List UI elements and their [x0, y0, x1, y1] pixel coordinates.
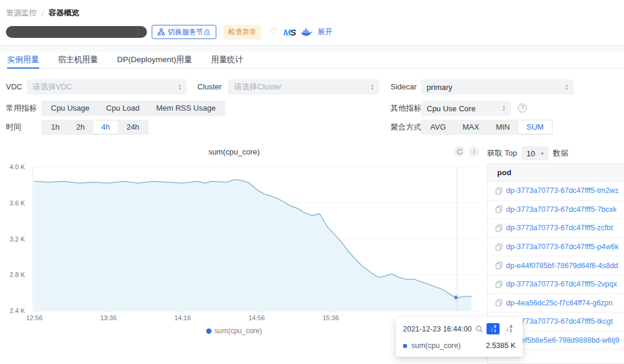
agg-avg-button[interactable]: AVG	[422, 121, 455, 134]
copy-icon[interactable]	[495, 224, 503, 232]
switch-service-node-button[interactable]: 切换服务节点	[152, 25, 216, 39]
x-axis-tick: 12:56	[21, 314, 47, 321]
tooltip-series-name: sum(cpu_core)	[411, 342, 460, 350]
stepper-icon: ▴▾	[565, 83, 568, 91]
chart-legend: sum(cpu_core)	[33, 327, 436, 335]
time-4h-button[interactable]: 4h	[93, 121, 118, 134]
copy-icon[interactable]	[495, 205, 503, 213]
metric-cpu-usage-button[interactable]: Cpu Usage	[43, 102, 98, 115]
tab-instance-usage[interactable]: 实例用量	[7, 52, 39, 68]
common-metrics-group: Cpu Usage Cpu Load Mem RSS Usage	[41, 101, 225, 116]
x-axis-tick: 14:16	[169, 314, 196, 321]
copy-icon[interactable]	[495, 262, 503, 269]
help-icon[interactable]: ?	[518, 104, 527, 112]
tooltip-series-value: 2.5385 K	[486, 342, 516, 350]
breadcrumb-current: 容器概览	[49, 8, 79, 18]
legend-dot	[206, 328, 212, 334]
x-axis-tick: 15:36	[318, 314, 344, 321]
chart-crosshair-line	[457, 167, 457, 311]
copy-icon[interactable]	[495, 187, 503, 195]
switch-service-node-label: 切换服务节点	[168, 27, 210, 37]
pod-link[interactable]: dp-3773a70773-67dc47fff5-7bcxk	[506, 205, 617, 214]
top-fetch-prefix: 获取 Top	[487, 148, 517, 159]
agg-sum-button[interactable]: SUM	[519, 121, 552, 134]
copy-icon[interactable]	[495, 299, 503, 307]
pod-link[interactable]: dp-3773a70773-67dc47fff5-2vpqx	[506, 280, 617, 288]
pod-link[interactable]: dp-3773a70773-67dc47fff5-p4w6k	[506, 243, 619, 251]
pod-link[interactable]: dp-4ea56dc25c-f7c64ff74-g6zpn	[506, 299, 613, 307]
time-24h-button[interactable]: 24h	[118, 121, 148, 134]
sitemap-icon	[158, 28, 165, 36]
other-metrics-select[interactable]: Cpu Use Core ▴▾	[421, 101, 511, 116]
table-row: dp-3773a70773-67dc47fff5-2vpqx	[488, 275, 624, 294]
top-fetch-suffix: 数据	[553, 148, 568, 159]
pod-column-header: pod	[488, 164, 624, 182]
common-metrics-label: 常用指标	[6, 101, 37, 116]
table-row: dp-e44f0785bf-78679d64f6-4s8dd	[488, 256, 624, 275]
metric-cpu-load-button[interactable]: Cpu Load	[98, 102, 148, 115]
aggregation-group: AVG MAX MIN SUM	[421, 120, 553, 135]
pod-link[interactable]: dp-e44f0785bf-78679d64f6-4s8dd	[506, 262, 618, 270]
cpu-core-area-chart[interactable]	[33, 163, 480, 312]
refresh-icon[interactable]	[454, 146, 465, 157]
pod-link[interactable]: dp-3773a70773-67dc47fff5-tm2wz	[506, 186, 619, 195]
vdc-label: VDC	[6, 79, 22, 95]
docker-whale-icon[interactable]	[301, 28, 312, 36]
pod-link[interactable]: dp-3773a70773-67dc47fff5-zcfbt	[506, 224, 613, 232]
table-row: dp-3773a70773-67dc47fff5-7bcxk	[488, 201, 624, 220]
breadcrumb-separator: /	[41, 9, 44, 18]
tab-usage-stats[interactable]: 用量统计	[211, 52, 243, 68]
cluster-label: Cluster	[197, 79, 222, 95]
toolbar: 切换服务节点 检查异常 ♡ MS 展开	[6, 24, 332, 40]
heart-icon[interactable]: ♡	[270, 27, 278, 37]
info-icon[interactable]: i	[469, 146, 479, 157]
x-axis-tick: 14:56	[244, 314, 270, 321]
table-row: dp-3773a70773-67dc47fff5-zcfbt	[488, 219, 624, 238]
x-axis-tick: 13:36	[95, 314, 121, 321]
agg-max-button[interactable]: MAX	[455, 121, 488, 134]
check-anomaly-button[interactable]: 检查异常	[223, 25, 261, 40]
pod-link[interactable]: dp-def5b8e5e6-798d9888bd-w6tj9	[506, 336, 619, 344]
chart-title: sum(cpu_core)	[33, 147, 436, 156]
chart-tooltip: 2021-12-23 16:44:00 ↓91 ↓AZ sum(cpu_core…	[396, 317, 523, 357]
y-axis-tick: 3.6 K	[0, 199, 25, 207]
breadcrumb: 资源监控 / 容器概览	[6, 8, 79, 18]
metric-mem-rss-button[interactable]: Mem RSS Usage	[148, 102, 223, 115]
top-count-select[interactable]: 10 ▾	[521, 146, 549, 160]
table-row: dp-3773a70773-67dc47fff5-tm2wz	[488, 182, 624, 201]
stepper-icon: ▴▾	[503, 105, 505, 112]
section-divider	[0, 45, 624, 52]
stepper-icon: ▴▾	[371, 83, 373, 91]
chevron-down-icon: ▾	[541, 151, 543, 156]
tooltip-timestamp: 2021-12-23 16:44:00	[403, 325, 472, 333]
breadcrumb-parent[interactable]: 资源监控	[6, 8, 37, 18]
copy-icon[interactable]	[495, 243, 503, 251]
legend-item-sum-cpu-core[interactable]: sum(cpu_core)	[206, 327, 262, 335]
sort-alphabetical-button[interactable]: ↓AZ	[503, 323, 516, 334]
service-name-redacted	[6, 26, 147, 38]
y-axis-tick: 4.0 K	[0, 163, 25, 170]
table-row: dp-3773a70773-67dc47fff5-p4w6k	[488, 238, 624, 257]
copy-icon[interactable]	[495, 281, 503, 288]
tab-host-usage[interactable]: 宿主机用量	[58, 52, 98, 68]
time-range-group: 1h 2h 4h 24h	[41, 120, 149, 135]
ms-logo[interactable]: MS	[283, 27, 296, 37]
expand-link[interactable]: 展开	[318, 27, 332, 37]
cluster-select[interactable]: 请选择Cluster ▴▾	[228, 79, 379, 95]
tab-bar: 实例用量 宿主机用量 DP(Deployment)用量 用量统计	[7, 52, 624, 69]
y-axis-tick: 2.4 K	[0, 307, 25, 314]
agg-min-button[interactable]: MIN	[488, 121, 519, 134]
top-fetch-control: 获取 Top 10 ▾ 数据	[487, 146, 568, 160]
tab-deployment-usage[interactable]: DP(Deployment)用量	[117, 52, 193, 68]
sidecar-select[interactable]: primary ▴▾	[421, 79, 574, 95]
sort-by-value-button[interactable]: ↓91	[487, 323, 500, 334]
vdc-select[interactable]: 请选择VDC ▴▾	[27, 79, 187, 95]
time-range-label: 时间	[6, 120, 21, 135]
time-1h-button[interactable]: 1h	[43, 121, 68, 134]
sidecar-label: Sidecar	[391, 79, 417, 95]
search-icon[interactable]	[475, 325, 484, 333]
y-axis-tick: 2.8 K	[0, 271, 25, 278]
y-axis-tick: 3.2 K	[0, 236, 25, 243]
stepper-icon: ▴▾	[178, 83, 181, 91]
time-2h-button[interactable]: 2h	[68, 121, 92, 134]
